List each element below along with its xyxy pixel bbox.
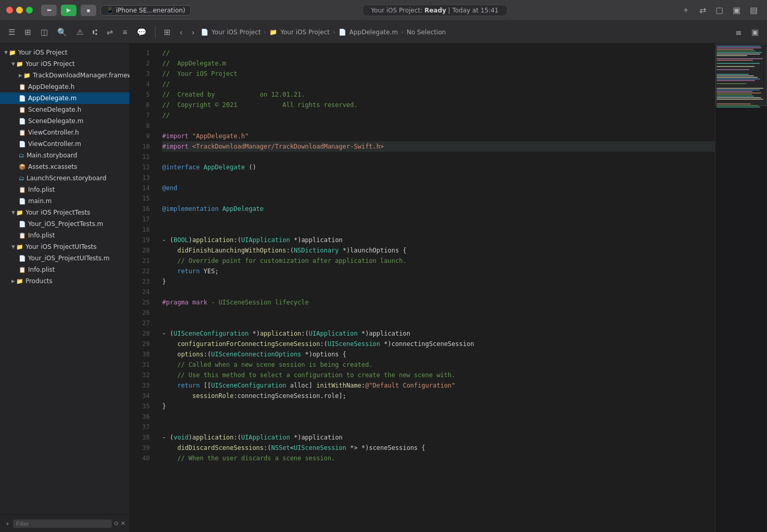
mini-line-14 bbox=[717, 66, 755, 67]
file-icon: 🗂 bbox=[19, 175, 24, 182]
sidebar-item-8[interactable]: 📋 ViewController.h bbox=[0, 127, 129, 138]
file-label: Main.storyboard bbox=[27, 152, 77, 159]
sidebar-item-18[interactable]: ▼ 📁 Your iOS ProjectUITests bbox=[0, 241, 129, 252]
code-line-22: return YES; bbox=[162, 266, 715, 276]
nav-back-btn[interactable]: ‹ bbox=[177, 25, 186, 38]
file-label: Info.plist bbox=[28, 232, 55, 239]
tree-arrow: ▶ bbox=[11, 278, 15, 284]
code-line-11 bbox=[162, 152, 715, 162]
breadcrumb-project-1: Your iOS Project bbox=[212, 29, 261, 36]
line-number-29: 29 bbox=[130, 339, 156, 349]
search-toolbar-btn[interactable]: 🔍 bbox=[54, 25, 70, 39]
status-project: Your iOS Project: bbox=[371, 7, 425, 14]
comment-btn[interactable]: 💬 bbox=[134, 25, 150, 39]
status-state: Ready bbox=[424, 7, 446, 14]
device-selector[interactable]: 📱 iPhone SE...eneration) bbox=[100, 5, 191, 16]
play-button[interactable]: ▶ bbox=[61, 5, 76, 16]
add-button[interactable]: ＋ bbox=[679, 4, 693, 17]
tree-arrow: ▼ bbox=[4, 50, 8, 55]
sidebar-item-13[interactable]: 📋 Info.plist bbox=[0, 184, 129, 195]
mini-line-40 bbox=[717, 107, 760, 108]
sidebar-item-15[interactable]: ▼ 📁 Your iOS ProjectTests bbox=[0, 207, 129, 218]
file-icon: 📦 bbox=[19, 164, 26, 170]
file-icon: 📄 bbox=[19, 118, 26, 125]
line-number-22: 22 bbox=[130, 266, 156, 276]
sidebar-item-7[interactable]: 📄 SceneDelegate.m bbox=[0, 115, 129, 127]
sidebar-item-16[interactable]: 📄 Your_iOS_ProjectTests.m bbox=[0, 218, 129, 230]
filter-options-btn[interactable]: ✕ bbox=[121, 520, 125, 527]
source-toggle[interactable]: ◫ bbox=[37, 25, 51, 39]
panel-toggle[interactable]: ▣ bbox=[748, 25, 762, 39]
sidebar-item-9[interactable]: 📄 ViewController.m bbox=[0, 138, 129, 150]
sidebar-item-6[interactable]: 📋 SceneDelegate.h bbox=[0, 104, 129, 115]
sidebar-item-11[interactable]: 📦 Assets.xcassets bbox=[0, 161, 129, 172]
code-structure-btn[interactable]: ≡ bbox=[120, 25, 131, 38]
code-editor[interactable]: //// AppDelegate.m// Your iOS Project///… bbox=[156, 44, 715, 532]
view-toggle-2[interactable]: ▣ bbox=[730, 4, 744, 16]
close-button[interactable] bbox=[6, 7, 13, 14]
minimize-button[interactable] bbox=[16, 7, 23, 14]
file-label: Info.plist bbox=[28, 266, 55, 273]
back-button[interactable]: ⬅ bbox=[41, 5, 57, 16]
sidebar-item-4[interactable]: 📋 AppDelegate.h bbox=[0, 81, 129, 92]
toolbar-separator bbox=[155, 26, 155, 38]
stop-button[interactable]: ■ bbox=[81, 5, 96, 16]
maximize-button[interactable] bbox=[26, 7, 33, 14]
line-number-10: 10 bbox=[130, 141, 156, 152]
view-toggle-1[interactable]: ▢ bbox=[712, 4, 726, 16]
file-label: Your_iOS_ProjectTests.m bbox=[28, 220, 103, 228]
file-icon: 📋 bbox=[19, 232, 26, 239]
nav-forward-btn[interactable]: › bbox=[189, 25, 198, 38]
recent-files-btn[interactable]: ⊙ bbox=[114, 520, 119, 527]
sidebar-item-3[interactable]: ▶ 📁 TrackDownloadManager.framework bbox=[0, 70, 129, 81]
code-container: 1234567891011121314151617181920212223242… bbox=[130, 44, 767, 532]
sidebar-item-12[interactable]: 🗂 LaunchScreen.storyboard bbox=[0, 172, 129, 184]
line-number-12: 12 bbox=[130, 162, 156, 172]
file-label: Info.plist bbox=[28, 186, 55, 193]
mini-line-39 bbox=[717, 105, 758, 106]
line-number-7: 7 bbox=[130, 110, 156, 121]
sidebar-item-10[interactable]: 🗂 Main.storyboard bbox=[0, 150, 129, 161]
hierarchy-toggle[interactable]: ⊞ bbox=[21, 25, 34, 39]
code-line-26 bbox=[162, 308, 715, 318]
tree-arrow: ▼ bbox=[11, 210, 15, 215]
grid-view-btn[interactable]: ⊞ bbox=[161, 25, 174, 39]
sidebar-item-19[interactable]: 📄 Your_iOS_ProjectUITests.m bbox=[0, 252, 129, 264]
navigator-toggle[interactable]: ☰ bbox=[5, 25, 18, 39]
layout-toggle-button[interactable]: ⇄ bbox=[696, 4, 709, 16]
filter-input[interactable] bbox=[13, 520, 112, 528]
file-navigator: ▼ 📁 Your iOS Project ▼ 📁 Your iOS Projec… bbox=[0, 44, 129, 514]
sidebar-item-5[interactable]: 📄 AppDelegate.m bbox=[0, 92, 129, 104]
view-toggle-3[interactable]: ▤ bbox=[747, 4, 761, 16]
sidebar-item-2[interactable]: ▼ 📁 Your iOS Project bbox=[0, 58, 129, 70]
file-icon: 📁 bbox=[16, 61, 23, 68]
sidebar-item-17[interactable]: 📋 Info.plist bbox=[0, 230, 129, 241]
line-number-17: 17 bbox=[130, 214, 156, 224]
source-ctrl-btn[interactable]: ⑆ bbox=[89, 25, 100, 38]
code-line-29: configurationForConnectingSceneSession:(… bbox=[162, 339, 715, 349]
diff-btn[interactable]: ⇌ bbox=[103, 25, 116, 39]
file-icon: 📁 bbox=[16, 278, 23, 285]
sidebar-item-21[interactable]: ▶ 📁 Products bbox=[0, 275, 129, 287]
sidebar-item-14[interactable]: 📄 main.m bbox=[0, 195, 129, 207]
sidebar-item-20[interactable]: 📋 Info.plist bbox=[0, 264, 129, 275]
main-area: ▼ 📁 Your iOS Project ▼ 📁 Your iOS Projec… bbox=[0, 44, 767, 532]
file-icon: 📄 bbox=[19, 141, 26, 148]
file-icon: 📋 bbox=[19, 84, 26, 90]
warning-btn[interactable]: ⚠ bbox=[73, 25, 86, 39]
mini-line-10 bbox=[717, 60, 753, 61]
line-number-21: 21 bbox=[130, 256, 156, 266]
line-number-38: 38 bbox=[130, 432, 156, 443]
line-number-30: 30 bbox=[130, 349, 156, 360]
add-file-button[interactable]: ＋ bbox=[4, 519, 11, 528]
mini-line-2 bbox=[717, 47, 761, 48]
breadcrumb-filename: AppDelegate.m bbox=[349, 29, 398, 36]
file-label: Assets.xcassets bbox=[28, 163, 77, 170]
sidebar-item-1[interactable]: ▼ 📁 Your iOS Project bbox=[0, 47, 129, 58]
inspector-toggle[interactable]: ≣ bbox=[732, 25, 745, 39]
line-number-18: 18 bbox=[130, 224, 156, 235]
file-icon: 📄 bbox=[19, 221, 26, 228]
line-number-16: 16 bbox=[130, 204, 156, 214]
mini-line-32 bbox=[717, 94, 752, 95]
line-number-32: 32 bbox=[130, 370, 156, 380]
